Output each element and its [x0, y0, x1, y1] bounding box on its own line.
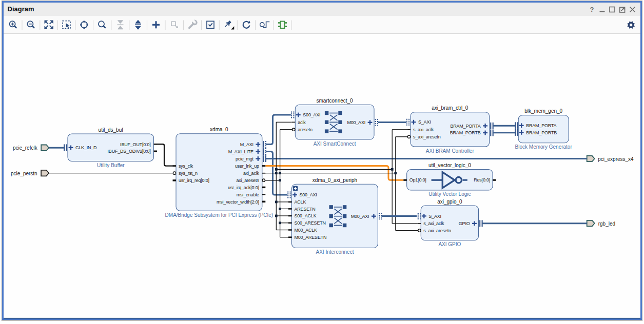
svg-text:rgb_led: rgb_led	[598, 221, 615, 227]
svg-text:IBUF_OUT[0:0]: IBUF_OUT[0:0]	[120, 142, 150, 147]
svg-text:M00_ARESETN: M00_ARESETN	[295, 235, 327, 240]
svg-text:util_ds_buf: util_ds_buf	[99, 127, 124, 133]
svg-text:msi_vector_width[2:0]: msi_vector_width[2:0]	[217, 199, 259, 205]
svg-text:axi_gpio_0: axi_gpio_0	[437, 199, 462, 205]
svg-text:axi_aclk: axi_aclk	[243, 171, 260, 176]
svg-text:blk_mem_gen_0: blk_mem_gen_0	[524, 108, 562, 114]
svg-text:pcie_refclk: pcie_refclk	[13, 145, 38, 151]
svg-text:M_AXI_LITE: M_AXI_LITE	[228, 149, 253, 154]
svg-text:S_AXI: S_AXI	[428, 214, 441, 219]
svg-text:S_AXI: S_AXI	[418, 119, 431, 125]
svg-text:s_axi_aclk: s_axi_aclk	[423, 221, 444, 226]
svg-text:usr_irq_ack[0:0]: usr_irq_ack[0:0]	[228, 185, 259, 190]
svg-text:msi_enable: msi_enable	[237, 192, 259, 197]
svg-text:sys_clk: sys_clk	[179, 164, 193, 169]
svg-text:BRAM_PORTB: BRAM_PORTB	[450, 130, 481, 135]
svg-text:Utility Vector Logic: Utility Vector Logic	[428, 191, 471, 197]
svg-text:AXI GPIO: AXI GPIO	[438, 241, 461, 247]
svg-text:S00_ARESETN: S00_ARESETN	[295, 220, 326, 226]
svg-text:S00_AXI: S00_AXI	[303, 112, 320, 117]
svg-text:DMA/Bridge Subsystem for PCI E: DMA/Bridge Subsystem for PCI Express (PC…	[165, 212, 274, 218]
svg-text:xdma_0_axi_periph: xdma_0_axi_periph	[313, 177, 357, 183]
svg-text:ACLK: ACLK	[295, 199, 306, 205]
svg-text:aclk: aclk	[298, 120, 306, 125]
svg-text:M00_ACLK: M00_ACLK	[295, 228, 318, 233]
svg-text:Res[0:0]: Res[0:0]	[474, 177, 490, 183]
svg-text:xdma_0: xdma_0	[210, 127, 228, 132]
svg-text:M00_AXI: M00_AXI	[347, 120, 365, 125]
svg-text:axi_aresetn: axi_aresetn	[236, 178, 259, 183]
svg-text:CLK_IN_D: CLK_IN_D	[75, 145, 97, 150]
svg-text:pcie_perstn: pcie_perstn	[11, 171, 37, 176]
svg-text:IBUF_DS_ODIV2[0:0]: IBUF_DS_ODIV2[0:0]	[108, 149, 151, 154]
svg-text:s_axi_aclk: s_axi_aclk	[413, 127, 434, 132]
svg-text:Utility Buffer: Utility Buffer	[97, 163, 125, 168]
svg-text:ARESETN: ARESETN	[295, 207, 316, 212]
svg-text:S00_ACLK: S00_ACLK	[295, 213, 317, 218]
svg-text:Op1[0:0]: Op1[0:0]	[409, 177, 426, 183]
svg-text:AXI SmartConnect: AXI SmartConnect	[314, 141, 356, 147]
svg-text:usr_irq_req[0:0]: usr_irq_req[0:0]	[179, 178, 209, 183]
svg-text:util_vector_logic_0: util_vector_logic_0	[428, 163, 471, 168]
svg-text:?: ?	[590, 6, 594, 13]
svg-text:sys_rst_n: sys_rst_n	[179, 171, 198, 176]
svg-text:pcie_mgt: pcie_mgt	[236, 156, 254, 161]
svg-text:AXI BRAM Controller: AXI BRAM Controller	[426, 148, 475, 154]
svg-text:BRAM_PORTA: BRAM_PORTA	[526, 123, 556, 128]
svg-text:s_axi_aresetn: s_axi_aresetn	[423, 228, 451, 233]
svg-text:AXI Interconnect: AXI Interconnect	[316, 249, 354, 255]
svg-text:smartconnect_0: smartconnect_0	[317, 98, 354, 104]
svg-text:S00_AXI: S00_AXI	[300, 192, 317, 197]
svg-text:pci_express_x4: pci_express_x4	[598, 156, 634, 162]
svg-text:aresetn: aresetn	[298, 127, 313, 132]
svg-text:BRAM_PORTA: BRAM_PORTA	[450, 124, 480, 129]
svg-text:Block Memory Generator: Block Memory Generator	[515, 144, 573, 150]
svg-text:BRAM_PORTB: BRAM_PORTB	[526, 130, 557, 135]
svg-text:GPIO: GPIO	[459, 221, 470, 226]
svg-text:axi_bram_ctrl_0: axi_bram_ctrl_0	[432, 105, 469, 111]
svg-text:user_lnk_up: user_lnk_up	[235, 164, 259, 169]
svg-text:s_axi_aresetn: s_axi_aresetn	[413, 134, 441, 139]
svg-text:M00_AXI: M00_AXI	[351, 214, 369, 219]
svg-text:M_AXI: M_AXI	[240, 142, 253, 147]
